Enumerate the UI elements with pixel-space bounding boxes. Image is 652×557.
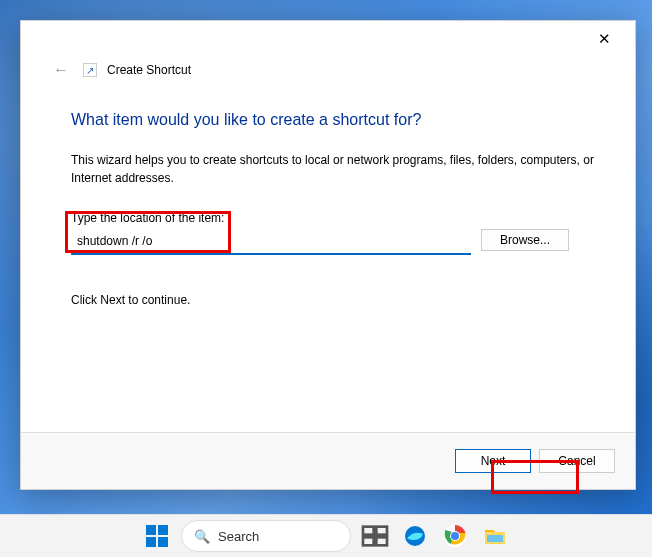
cancel-button[interactable]: Cancel [539,449,615,473]
create-shortcut-wizard: ✕ ← ↗ Create Shortcut What item would yo… [20,20,636,490]
edge-icon[interactable] [399,520,431,552]
svg-rect-8 [487,535,503,542]
svg-point-7 [451,532,459,540]
wizard-footer: Next Cancel [21,432,635,489]
next-button[interactable]: Next [455,449,531,473]
location-label: Type the location of the item: [71,211,597,225]
start-button[interactable] [141,520,173,552]
search-label: Search [218,529,259,544]
taskbar: 🔍 Search [0,514,652,557]
location-input[interactable] [71,229,471,255]
svg-rect-3 [376,537,387,545]
location-row: Browse... [71,229,597,255]
svg-rect-0 [363,527,374,535]
continue-text: Click Next to continue. [71,293,597,307]
taskbar-search[interactable]: 🔍 Search [181,520,351,552]
close-button[interactable]: ✕ [588,24,621,54]
browse-button[interactable]: Browse... [481,229,569,251]
svg-rect-1 [376,527,387,535]
back-arrow-icon[interactable]: ← [49,57,73,83]
wizard-header: ← ↗ Create Shortcut [21,57,635,91]
shortcut-icon: ↗ [83,63,97,77]
wizard-description: This wizard helps you to create shortcut… [71,151,597,187]
search-icon: 🔍 [194,529,210,544]
wizard-title: Create Shortcut [107,63,191,77]
file-explorer-icon[interactable] [479,520,511,552]
taskview-icon[interactable] [359,520,391,552]
titlebar: ✕ [21,21,635,57]
chrome-icon[interactable] [439,520,471,552]
svg-rect-2 [363,537,374,545]
wizard-content: What item would you like to create a sho… [21,91,635,432]
wizard-heading: What item would you like to create a sho… [71,111,597,129]
